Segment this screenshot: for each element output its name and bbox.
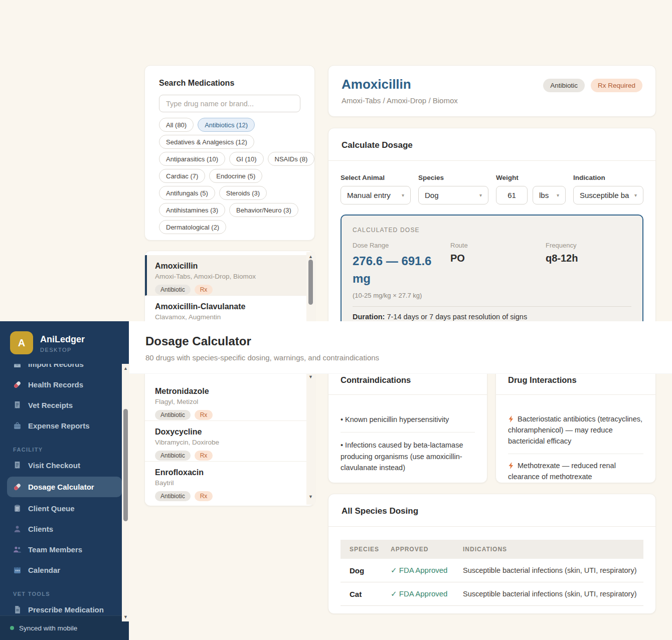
sidebar-section-facility: FACILITY [0, 444, 129, 455]
sidebar: A AniLedger DESKTOP Import RecordsHealth… [0, 321, 129, 640]
contraindication-item: • Infections caused by beta-lactamase pr… [341, 433, 475, 473]
table-header-row: SPECIESAPPROVEDINDICATIONS [341, 540, 643, 559]
sidebar-item-visit-checkout[interactable]: Visit Checkout [0, 455, 129, 476]
species-dosing-table-body: Dog✓ FDA ApprovedSusceptible bacterial i… [341, 559, 643, 606]
route-value: PO [450, 253, 546, 264]
weight-field: Weight lbs ▾ [496, 174, 566, 204]
filter-chip-antiparasitics-10[interactable]: Antiparasitics (10) [159, 152, 225, 166]
sync-status-text: Synced with mobile [19, 624, 77, 632]
drug-item-name: Amoxicillin [155, 262, 304, 271]
species-dosing-table: SPECIESAPPROVEDINDICATIONS Dog✓ FDA Appr… [341, 540, 643, 606]
calculated-dose-heading: CALCULATED DOSE [353, 227, 631, 234]
sidebar-scroll-up-arrow[interactable]: ▲ [122, 366, 129, 371]
drug-list-item-metronidazole[interactable]: MetronidazoleFlagyl, MetizolAntibioticRx [145, 380, 314, 421]
cell-approved: ✓ FDA Approved [382, 582, 454, 606]
all-species-dosing-title: All Species Dosing [328, 494, 655, 527]
select-animal-dropdown[interactable]: Manual entry ▾ [341, 186, 411, 204]
duration-label: Duration: [353, 313, 385, 321]
people-icon [13, 545, 22, 554]
filter-chip-antibiotics-12[interactable]: Antibiotics (12) [198, 118, 255, 132]
drug-list-item-doxycycline[interactable]: DoxycyclineVibramycin, DoxirobeAntibioti… [145, 421, 314, 462]
sidebar-item-clients[interactable]: Clients [0, 519, 129, 539]
filter-row: Cardiac (7)Endocrine (5) [159, 169, 300, 183]
search-medications-panel: Search Medications All (80)Antibiotics (… [144, 65, 315, 241]
filter-chip-cardiac-7[interactable]: Cardiac (7) [159, 169, 205, 183]
sidebar-item-dosage-calculator[interactable]: Dosage Calculator [7, 477, 122, 497]
drug-list-item-amoxicillin[interactable]: AmoxicillinAmoxi-Tabs, Amoxi-Drop, Biomo… [145, 255, 314, 296]
sidebar-item-import-records[interactable]: Import Records [0, 364, 129, 374]
person-icon [13, 525, 22, 533]
filter-chip-antifungals-5[interactable]: Antifungals (5) [159, 186, 215, 200]
column-header-species: SPECIES [341, 540, 382, 559]
sidebar-item-client-queue[interactable]: Client Queue [0, 498, 129, 519]
weight-unit-value: lbs [539, 191, 549, 199]
filter-chip-sedatives-analgesics-12[interactable]: Sedatives & Analgesics (12) [159, 135, 254, 149]
drug-item-brands: Clavamox, Augmentin [155, 313, 304, 321]
indication-dropdown[interactable]: Susceptible ba ▾ [573, 186, 643, 204]
filter-chip-nsaids-8[interactable]: NSAIDs (8) [268, 152, 315, 166]
drug-list-scroll-down-arrow-mid[interactable]: ▼ [306, 374, 315, 379]
filter-chip-steroids-3[interactable]: Steroids (3) [219, 186, 267, 200]
cell-indications: Susceptible bacterial infections (skin, … [454, 582, 643, 606]
filter-chip-behavior-neuro-3[interactable]: Behavior/Neuro (3) [229, 203, 298, 217]
calendar-icon [13, 566, 22, 574]
drug-interaction-item: Methotrexate — reduced renal clearance o… [508, 454, 643, 483]
sidebar-scrollbar-thumb[interactable] [123, 409, 128, 521]
drug-item-tags: AntibioticRx [155, 410, 304, 420]
filter-chip-dermatological-2[interactable]: Dermatological (2) [159, 220, 226, 234]
sidebar-item-prescribe-medication[interactable]: Prescribe Medication [0, 599, 129, 615]
duration-line: Duration: 7-14 days or 7 days past resol… [353, 307, 631, 321]
filter-row: Antihistamines (3)Behavior/Neuro (3) [159, 203, 300, 217]
dose-formula: (10-25 mg/kg × 27.7 kg) [353, 292, 450, 299]
filter-chip-endocrine-5[interactable]: Endocrine (5) [209, 169, 262, 183]
sidebar-item-health-records[interactable]: Health Records [0, 374, 129, 395]
tag-rx: Rx [195, 410, 213, 420]
frequency-column: Frequency q8-12h [546, 242, 578, 299]
indication-value: Susceptible ba [580, 191, 629, 199]
sidebar-item-vet-receipts[interactable]: Vet Receipts [0, 395, 129, 415]
select-animal-value: Manual entry [347, 191, 391, 199]
drug-item-name: Enrofloxacin [155, 468, 304, 477]
inbox-icon [13, 364, 22, 368]
sidebar-scroll-down-arrow[interactable]: ▼ [122, 614, 129, 619]
weight-unit-dropdown[interactable]: lbs ▾ [533, 186, 566, 204]
search-input[interactable] [159, 95, 300, 112]
sidebar-item-label: Calendar [28, 566, 60, 574]
receipt-icon [13, 461, 22, 470]
drug-interactions-panel: Drug Interactions Bacteriostatic antibio… [495, 363, 656, 483]
drug-list-scroll-up-arrow[interactable]: ▲ [306, 254, 315, 259]
column-header-approved: APPROVED [382, 540, 454, 559]
sidebar-footer: Synced with mobile [0, 615, 129, 640]
chevron-down-icon: ▾ [557, 192, 559, 198]
sync-status-dot [10, 626, 14, 630]
sidebar-item-team-members[interactable]: Team Members [0, 539, 129, 560]
filter-chip-all-80[interactable]: All (80) [159, 118, 194, 132]
table-row: Cat✓ FDA ApprovedSusceptible bacterial i… [341, 582, 643, 606]
sidebar-nav-viewport: Import RecordsHealth RecordsVet Receipts… [0, 364, 129, 615]
sidebar-item-calendar[interactable]: Calendar [0, 560, 129, 580]
cell-species: Dog [341, 559, 382, 582]
table-row: Dog✓ FDA ApprovedSusceptible bacterial i… [341, 559, 643, 582]
drug-item-brands: Flagyl, Metizol [155, 398, 304, 405]
clipboard-icon [13, 504, 22, 513]
app-screen: Search Medications All (80)Antibiotics (… [0, 0, 672, 640]
sidebar-item-label: Dosage Calculator [28, 483, 94, 491]
tag-antibiotic: Antibiotic [155, 491, 191, 501]
drug-interaction-item: Bacteriostatic antibiotics (tetracycline… [508, 414, 643, 454]
filter-chip-antihistamines-3[interactable]: Antihistamines (3) [159, 203, 225, 217]
page-title: Dosage Calculator [145, 334, 251, 348]
weight-input[interactable] [496, 186, 528, 204]
tag-rx: Rx [195, 491, 213, 501]
drug-item-brands: Vibramycin, Doxirobe [155, 439, 304, 446]
pill-icon [13, 380, 22, 389]
drug-list-scrollbar-thumb[interactable] [308, 260, 313, 305]
species-dropdown[interactable]: Dog ▾ [418, 186, 488, 204]
sidebar-item-expense-reports[interactable]: Expense Reports [0, 415, 129, 436]
drug-list-scroll-down-arrow[interactable]: ▼ [306, 494, 315, 499]
receipt-icon [13, 401, 22, 409]
indication-label: Indication [573, 174, 643, 181]
filter-chip-group: All (80)Antibiotics (12)Sedatives & Anal… [159, 118, 300, 234]
filter-chip-gi-10[interactable]: GI (10) [229, 152, 263, 166]
drug-list-item-enrofloxacin[interactable]: EnrofloxacinBaytrilAntibioticRx [145, 462, 314, 502]
drug-item-name: Doxycycline [155, 428, 304, 437]
